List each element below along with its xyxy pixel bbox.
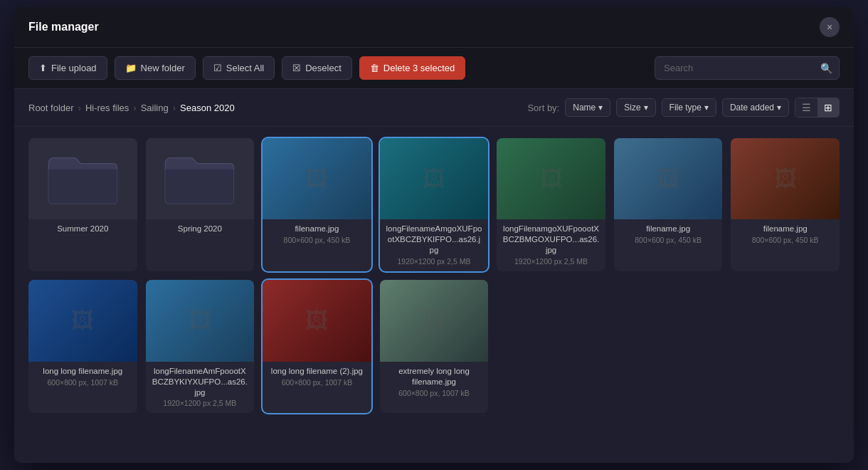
sort-date-button[interactable]: Date added ▾ (722, 98, 789, 117)
sort-size-arrow: ▾ (644, 103, 648, 113)
file-meta: 800×600 px, 450 kB (268, 236, 366, 244)
sort-controls: Sort by: Name ▾ Size ▾ File type ▾ Date … (527, 98, 840, 118)
file-item[interactable]: 🖼 longFilenameAmgoXUFpootXBCZBYKIFPO...a… (380, 138, 489, 271)
breadcrumb-sailing[interactable]: Sailing (141, 103, 169, 113)
file-item[interactable]: 🖼 longFilenameAmFpoootXBCZBYKIYXUFPO...a… (146, 280, 255, 413)
file-name: long long filename.jpg (34, 366, 132, 377)
file-name: extremely long long filename.jpg (386, 366, 483, 387)
breadcrumb-bar: Root folder › Hi-res files › Sailing › S… (14, 89, 854, 127)
image-thumbnail: 🖼 (263, 138, 371, 219)
image-thumbnail: 🖼 (380, 138, 489, 219)
new-folder-button[interactable]: 📁 New folder (115, 56, 196, 80)
sort-name-label: Name (573, 103, 596, 113)
deselect-icon: ☒ (292, 63, 301, 73)
modal-header: File manager × (14, 7, 854, 48)
breadcrumb-root[interactable]: Root folder (28, 103, 74, 113)
sort-filetype-button[interactable]: File type ▾ (662, 98, 716, 117)
file-meta: 600×800 px, 1007 kB (268, 378, 366, 387)
sort-filetype-arrow: ▾ (704, 103, 709, 113)
folder-plus-icon: 📁 (125, 63, 137, 73)
sort-filetype-label: File type (669, 103, 702, 113)
file-item[interactable]: 🖼 long long filename (2).jpg 600×800 px,… (263, 280, 371, 413)
file-meta: 1920×1200 px 2,5 MB (386, 257, 483, 266)
file-meta: 600×800 px, 1007 kB (386, 389, 483, 397)
file-name: longFilenameAmFpoootXBCZBYKIYXUFPO...as2… (152, 366, 249, 398)
breadcrumb-season[interactable]: Season 2020 (180, 103, 235, 113)
sort-size-button[interactable]: Size ▾ (616, 98, 655, 117)
file-item[interactable]: 🖼 longFilenamgoXUFpoootXBCZBMGOXUFPO...a… (497, 138, 605, 271)
file-manager-modal: File manager × ⬆ File upload 📁 New folde… (14, 7, 854, 463)
file-grid: Summer 2020 Spring 2020 🖼 filename.jpg 8… (14, 127, 854, 424)
file-item[interactable]: Spring 2020 (146, 138, 255, 271)
breadcrumb-sep-2: › (133, 103, 136, 113)
file-meta: 1920×1200 px 2,5 MB (152, 399, 249, 407)
deselect-button[interactable]: ☒ Deselect (282, 56, 352, 80)
breadcrumb: Root folder › Hi-res files › Sailing › S… (28, 103, 235, 113)
delete-button[interactable]: 🗑 Delete 3 selected (359, 56, 465, 80)
file-upload-label: File upload (51, 63, 97, 73)
file-name: filename.jpg (268, 224, 366, 234)
list-view-button[interactable]: ☰ (795, 98, 817, 117)
close-button[interactable]: × (820, 17, 840, 37)
file-name: filename.jpg (736, 224, 834, 234)
sort-label: Sort by: (527, 103, 559, 113)
breadcrumb-sep-1: › (78, 103, 81, 113)
search-wrapper: 🔍 (655, 56, 840, 80)
file-upload-button[interactable]: ⬆ File upload (28, 56, 107, 80)
sort-date-label: Date added (730, 103, 774, 113)
modal-title: File manager (28, 21, 99, 33)
sort-name-arrow: ▾ (598, 103, 603, 113)
image-thumbnail: 🖼 (614, 138, 723, 219)
select-all-button[interactable]: ☑ Select All (203, 56, 275, 80)
file-item[interactable]: 🖼 filename.jpg 800×600 px, 450 kB (263, 138, 371, 271)
deselect-label: Deselect (305, 63, 342, 73)
file-item[interactable]: 🖼 extremely long long filename.jpg 600×8… (380, 280, 489, 413)
upload-icon: ⬆ (39, 63, 47, 73)
file-item[interactable]: 🖼 long long filename.jpg 600×800 px, 100… (28, 280, 137, 413)
file-meta: 800×600 px, 450 kB (620, 236, 717, 244)
file-item[interactable]: 🖼 filename.jpg 800×600 px, 450 kB (614, 138, 723, 271)
select-all-label: Select All (226, 63, 264, 73)
image-thumbnail: 🖼 (380, 280, 489, 361)
file-name: longFilenameAmgoXUFpootXBCZBYKIFPO...as2… (386, 224, 483, 256)
file-meta: 1920×1200 px 2,5 MB (502, 257, 600, 266)
new-folder-label: New folder (141, 63, 185, 73)
sort-name-button[interactable]: Name ▾ (565, 98, 610, 117)
delete-label: Delete 3 selected (383, 63, 455, 73)
breadcrumb-hi-res[interactable]: Hi-res files (85, 103, 129, 113)
file-name: Spring 2020 (152, 224, 249, 234)
image-thumbnail: 🖼 (28, 280, 137, 361)
file-item[interactable]: Summer 2020 (28, 138, 137, 271)
search-input[interactable] (655, 56, 840, 80)
file-meta: 600×800 px, 1007 kB (34, 378, 132, 387)
file-name: long long filename (2).jpg (268, 366, 366, 377)
checkbox-icon: ☑ (213, 63, 222, 73)
sort-size-label: Size (624, 103, 640, 113)
file-name: filename.jpg (620, 224, 717, 234)
image-thumbnail: 🖼 (497, 138, 605, 219)
file-name: Summer 2020 (34, 224, 132, 234)
image-thumbnail: 🖼 (263, 280, 371, 361)
view-toggle: ☰ ⊞ (795, 98, 840, 118)
breadcrumb-sep-3: › (173, 103, 176, 113)
trash-icon: 🗑 (370, 63, 379, 73)
file-item[interactable]: 🖼 filename.jpg 800×600 px, 450 kB (731, 138, 840, 271)
grid-view-button[interactable]: ⊞ (817, 98, 839, 117)
sort-date-arrow: ▾ (777, 103, 781, 113)
toolbar: ⬆ File upload 📁 New folder ☑ Select All … (14, 48, 854, 89)
image-thumbnail: 🖼 (731, 138, 840, 219)
file-name: longFilenamgoXUFpoootXBCZBMGOXUFPO...as2… (502, 224, 600, 256)
file-meta: 800×600 px, 450 kB (736, 236, 834, 244)
image-thumbnail: 🖼 (146, 280, 255, 361)
